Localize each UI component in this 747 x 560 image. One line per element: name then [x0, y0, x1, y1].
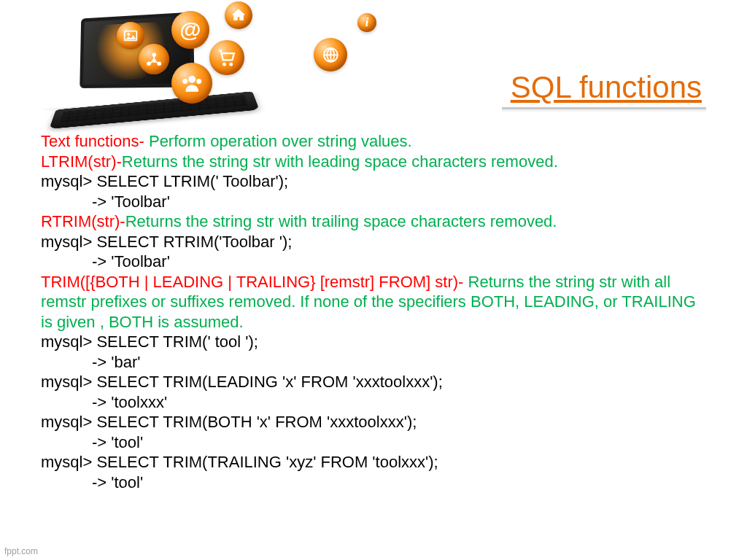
desc-ltrim: Returns the string str with leading spac…: [122, 152, 558, 171]
svg-point-9: [183, 79, 187, 83]
line-rtrim: RTRIM(str)-Returns the string str with t…: [41, 211, 706, 232]
label-trim: TRIM([{BOTH | LEADING | TRAILING} [remst…: [41, 273, 463, 291]
globe-icon: [314, 38, 347, 71]
desc-text-functions: Perform operation over string values.: [144, 132, 412, 150]
label-ltrim: LTRIM(str)-: [41, 152, 122, 171]
code-trim2-result: -> 'toolxxx': [41, 392, 706, 413]
code-trim4-result: -> 'tool': [41, 472, 706, 493]
svg-point-7: [230, 63, 233, 66]
people-icon: [171, 63, 212, 104]
code-ltrim-result: -> 'Toolbar': [41, 192, 706, 212]
code-trim2-query: mysql> SELECT TRIM(LEADING 'x' FROM 'xxx…: [41, 372, 706, 392]
code-trim3-query: mysql> SELECT TRIM(BOTH 'x' FROM 'xxxtoo…: [41, 412, 706, 432]
cart-icon: [209, 40, 244, 75]
code-rtrim-query: mysql> SELECT RTRIM('Toolbar ');: [41, 232, 706, 252]
info-icon: i: [357, 13, 376, 32]
code-trim3-result: -> 'tool': [41, 432, 706, 453]
line-ltrim: LTRIM(str)-Returns the string str with l…: [41, 152, 706, 172]
svg-point-10: [197, 79, 201, 83]
label-text-functions: Text functions-: [41, 132, 144, 150]
code-rtrim-result: -> 'Toolbar': [41, 252, 706, 272]
slide-body: Text functions- Perform operation over s…: [41, 131, 706, 492]
image-icon: [117, 22, 144, 50]
code-trim1-query: mysql> SELECT TRIM(' tool ');: [41, 332, 706, 352]
desc-rtrim: Returns the string str with trailing spa…: [125, 212, 557, 230]
code-trim4-query: mysql> SELECT TRIM(TRAILING 'xyz' FROM '…: [41, 452, 706, 472]
svg-point-2: [152, 53, 156, 57]
label-rtrim: RTRIM(str)-: [41, 212, 125, 230]
laptop-keyboard: [49, 91, 260, 129]
network-icon: [139, 44, 169, 74]
watermark: fppt.com: [4, 546, 38, 557]
svg-point-6: [223, 63, 226, 66]
code-trim1-result: -> 'bar': [41, 352, 706, 373]
at-icon: @: [171, 11, 209, 49]
home-icon: [225, 1, 252, 29]
line-text-functions: Text functions- Perform operation over s…: [41, 131, 706, 152]
slide-title-link[interactable]: SQL functions: [511, 70, 702, 104]
code-ltrim-query: mysql> SELECT LTRIM(' Toolbar');: [41, 171, 706, 192]
slide-title: SQL functions: [502, 69, 706, 109]
svg-point-8: [189, 76, 196, 82]
line-trim: TRIM([{BOTH | LEADING | TRAILING} [remst…: [41, 272, 706, 332]
svg-point-1: [128, 34, 130, 36]
svg-point-5: [152, 59, 155, 62]
laptop-graphic: @ i: [29, 0, 292, 131]
